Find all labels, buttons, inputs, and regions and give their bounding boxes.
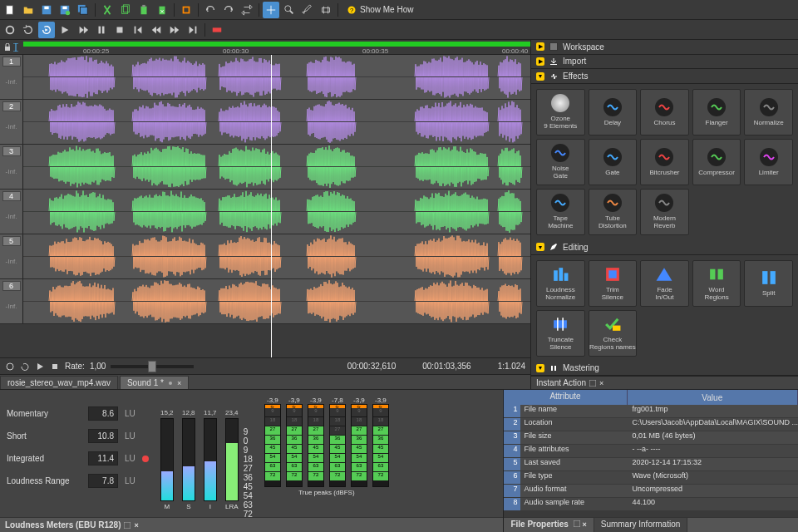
fx-modern-reverb[interactable]: ModernReverb [640,189,689,235]
save-as-icon[interactable] [57,2,73,18]
go-start-icon[interactable] [130,22,146,38]
playhead[interactable] [271,55,272,357]
show-me-how-button[interactable]: ? Show Me How [342,2,418,18]
record-small-icon[interactable] [5,362,15,372]
dock-icon[interactable] [124,522,131,529]
track-header[interactable]: 2-Inf. [0,100,23,144]
track-header[interactable]: 5-Inf. [0,234,23,278]
loop-play-icon[interactable] [38,22,55,38]
dock-icon[interactable] [574,520,580,527]
property-row[interactable]: 2LocationC:\Users\Jacob\AppData\Local\MA… [504,418,798,431]
edit-word-regions[interactable]: WordRegions [692,260,741,307]
fx-delay[interactable]: Delay [589,89,638,135]
lock-icon[interactable] [4,43,11,52]
edit-split[interactable]: Split [744,260,793,307]
record-icon[interactable] [2,22,18,38]
track-header[interactable]: 1-Inf. [0,55,23,99]
edit-check-regions-names[interactable]: CheckRegions names [589,310,638,357]
fx-normalize[interactable]: Normalize [744,89,793,135]
tool-select-icon[interactable] [263,2,279,18]
undo-icon[interactable] [202,2,219,18]
property-row[interactable]: 5Last saved2020-12-14 17:15:32 [504,458,798,471]
waveform[interactable] [23,145,530,189]
loop-icon[interactable] [20,22,37,38]
waveform[interactable] [23,234,530,278]
edit-loudness-normalize[interactable]: LoudnessNormalize [536,260,585,307]
play-all-icon[interactable] [75,22,91,38]
file-properties-tab[interactable]: File Properties × [504,518,594,532]
fx-compressor[interactable]: Compressor [692,139,741,185]
cursor-icon[interactable] [12,43,19,52]
summary-tab[interactable]: Summary Information [594,518,688,532]
open-file-icon[interactable] [20,2,37,18]
rewind-icon[interactable] [148,22,165,38]
edit-fade-in/out[interactable]: FadeIn/Out [640,260,689,307]
close-icon[interactable]: × [134,521,138,530]
waveform[interactable] [23,100,530,144]
track-header[interactable]: 6-Inf. [0,279,23,323]
track-header[interactable]: 3-Inf. [0,145,23,189]
property-row[interactable]: 8Audio sample rate44.100 [504,498,798,511]
property-row[interactable]: 4File attributes- --a- ---- [504,445,798,458]
redo-icon[interactable] [220,2,237,18]
workspace-header[interactable]: ▶Workspace [531,40,798,55]
time-ruler[interactable]: 00:00:25 00:00:30 00:00:35 00:00:40 [23,40,530,54]
property-row[interactable]: 6File typeWave (Microsoft) [504,471,798,485]
fx-noise-gate[interactable]: NoiseGate [536,139,585,185]
stop-icon[interactable] [111,22,128,38]
edit-trim-silence[interactable]: TrimSilence [589,260,638,307]
property-row[interactable]: 1File namefrg001.tmp [504,405,798,418]
repeat-icon[interactable] [239,2,255,18]
close-icon[interactable]: × [177,379,181,387]
edit-truncate-silence[interactable]: TruncateSilence [536,310,585,357]
import-header[interactable]: ▶Import [531,55,798,70]
stop-small-icon[interactable] [50,362,60,372]
waveform[interactable] [23,279,530,323]
fx-gate[interactable]: Gate [589,139,638,185]
forward-icon[interactable] [166,22,183,38]
instant-action-bar[interactable]: Instant Action× [531,376,798,389]
loop-small-icon[interactable] [20,362,30,372]
tab-file-2[interactable]: Sound 1 *× [120,376,189,389]
track-header[interactable]: 4-Inf. [0,190,23,234]
property-row[interactable]: 7Audio formatUncompressed [504,485,798,498]
close-icon[interactable]: × [582,520,586,529]
fx-limiter[interactable]: Limiter [744,139,793,185]
fx-ozone-9-elements[interactable]: Ozone9 Elements [536,89,585,135]
property-row[interactable]: 3File size0,01 MB (46 bytes) [504,431,798,445]
track-level: -Inf. [6,303,17,310]
paste-icon[interactable] [135,2,152,18]
tool-edit-icon[interactable] [299,2,316,18]
fx-bitcrusher[interactable]: Bitcrusher [640,139,689,185]
record-arm-icon[interactable] [209,22,225,38]
waveform[interactable] [23,55,530,99]
play-small-icon[interactable] [35,362,45,372]
fx-tape-machine[interactable]: TapeMachine [536,189,585,235]
effects-header[interactable]: ▼Effects [531,69,798,84]
mastering-header[interactable]: ▼Mastering [531,362,798,377]
save-all-icon[interactable] [75,2,91,18]
close-icon[interactable]: × [599,379,603,387]
cut-icon[interactable] [99,2,116,18]
fx-tube-distortion[interactable]: TubeDistortion [589,189,638,235]
svg-rect-25 [5,47,10,51]
play-icon[interactable] [57,22,73,38]
tab-file-1[interactable]: rosie_stereo_wav_mp4.wav [0,376,118,389]
editing-header[interactable]: ▼Editing [531,240,798,255]
loudness-tab[interactable]: Loudness Meters (EBU R128)× [0,517,503,532]
tool-zoom-icon[interactable] [281,2,298,18]
fx-flanger[interactable]: Flanger [692,89,741,135]
waveform[interactable] [23,190,530,234]
paste-mix-icon[interactable] [154,2,170,18]
pause-icon[interactable] [93,22,110,38]
trim-icon[interactable] [178,2,195,18]
tool-event-icon[interactable] [318,2,334,18]
go-end-icon[interactable] [185,22,201,38]
dock-icon[interactable] [589,380,596,387]
fx-chorus[interactable]: Chorus [640,89,689,135]
rate-slider[interactable] [111,365,194,368]
save-icon[interactable] [38,2,55,18]
copy-icon[interactable] [117,2,134,18]
track-4: 4-Inf. [0,190,530,234]
new-file-icon[interactable] [2,2,18,18]
